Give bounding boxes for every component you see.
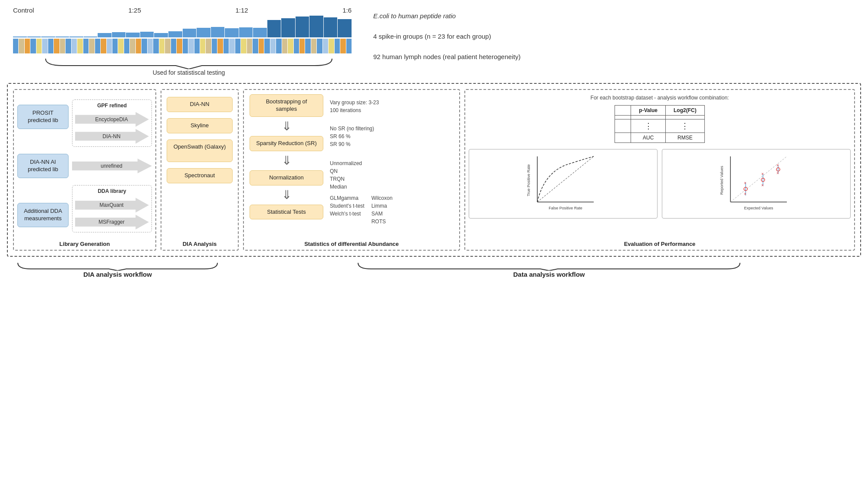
note-normalization: Unnormalized QN TRQN Median xyxy=(330,159,456,194)
svg-text:False Positive Rate: False Positive Rate xyxy=(549,206,582,210)
table-foot-row: AUC RMSE xyxy=(615,132,704,142)
bottom-brace-left xyxy=(13,261,222,271)
msfragger-arrow: MSFragger xyxy=(75,215,149,229)
svg-text:×: × xyxy=(776,171,779,176)
bootstrapping-box: Bootstrapping of samples xyxy=(250,94,323,117)
diann-arrow: DIA-NN xyxy=(75,129,149,144)
label-16: 1:6 xyxy=(342,7,352,14)
note-sparsity: No SR (no filtering) SR 66 % SR 90 % xyxy=(330,125,456,159)
top-bar-row xyxy=(13,16,352,37)
skyline-box: Skyline xyxy=(167,118,233,133)
dia-analysis-panel: DIA-NN Skyline OpenSwath (Galaxy) Spectr… xyxy=(161,89,239,251)
table-cell-dots-log2: ⋮ xyxy=(666,119,705,132)
table-cell-empty-2 xyxy=(615,119,631,132)
stats-flow: Bootstrapping of samples ⇓ Sparsity Redu… xyxy=(247,94,326,238)
svg-text:×: × xyxy=(776,163,779,168)
svg-text:×: × xyxy=(761,183,764,188)
normalization-box: Normalization xyxy=(250,170,323,186)
table-cell-empty-1 xyxy=(615,115,631,119)
svg-text:×: × xyxy=(761,172,764,176)
svg-text:True Positive Rate: True Positive Rate xyxy=(526,164,531,196)
bottom-left-label: DIA analysis workflow xyxy=(83,271,152,278)
bottom-bar-row xyxy=(13,39,352,53)
dia-analysis-title: DIA Analysis xyxy=(161,241,238,247)
eval-inner: For each bootstrap dataset - analysis wo… xyxy=(469,94,851,219)
bottom-right-label: Data analysis workflow xyxy=(513,271,585,278)
table-col-log2fc: Log2(FC) xyxy=(666,105,705,115)
note-bootstrapping: Vary group size: 3-23 100 iterations xyxy=(330,99,456,125)
top-section: Control 1:25 1:12 1:6 xyxy=(0,0,868,76)
label-125: 1:25 xyxy=(128,7,141,14)
ratio-labels: Control 1:25 1:12 1:6 xyxy=(13,7,352,14)
svg-text:×: × xyxy=(744,192,746,196)
stats-title: Statistics of differential Abundance xyxy=(244,241,459,247)
table-row-2: ⋮ ⋮ xyxy=(615,119,704,132)
eval-desc: For each bootstrap dataset - analysis wo… xyxy=(469,94,851,102)
table-row-1 xyxy=(615,115,704,119)
maxquant-arrow: MaxQuant xyxy=(75,198,149,212)
svg-line-2 xyxy=(537,156,594,202)
stats-panel: Bootstrapping of samples ⇓ Sparsity Redu… xyxy=(243,89,460,251)
eval-title: Evaluation of Performance xyxy=(465,241,854,247)
roc-svg: True Positive Rate False Positive Rate xyxy=(526,152,600,213)
arrow-1: ⇓ xyxy=(282,120,292,132)
dia-nn-box: DIA-NN xyxy=(167,97,233,112)
lib-group-2: DDA library MaxQuant MSFragger xyxy=(72,185,152,232)
workflow-container: PROSIT predicted lib DIA-NN AI predicted… xyxy=(7,83,861,257)
brace-svg xyxy=(37,57,341,69)
eval-panel: For each bootstrap dataset - analysis wo… xyxy=(464,89,855,251)
label-112: 1:12 xyxy=(235,7,248,14)
lib-sources: PROSIT predicted lib DIA-NN AI predicted… xyxy=(17,94,69,238)
bottom-brace-right xyxy=(354,261,744,271)
gpf-label: GPF refined xyxy=(75,103,149,109)
eval-charts: True Positive Rate False Positive Rate xyxy=(469,149,851,219)
dda-measurements-box: Additional DDA measurements xyxy=(17,203,69,227)
lib-gen-panel: PROSIT predicted lib DIA-NN AI predicted… xyxy=(13,89,156,251)
stats-inner: Bootstrapping of samples ⇓ Sparsity Redu… xyxy=(247,94,456,238)
svg-text:Expected Values: Expected Values xyxy=(744,206,773,210)
stats-tests-box: Statistical Tests xyxy=(250,205,323,220)
lib-groups: GPF refined EncyclopeDIA DIA-NN unrefine… xyxy=(72,94,152,238)
brace-area: Used for statistiscal testing xyxy=(13,57,365,76)
svg-text:×: × xyxy=(744,181,746,186)
dda-library-label: DDA library xyxy=(75,188,149,194)
scatter-svg: × × × × × × Reported Values xyxy=(720,152,793,213)
diann-ai-lib-box: DIA-NN AI predicted lib xyxy=(17,154,69,178)
stats-notes: Vary group size: 3-23 100 iterations No … xyxy=(330,94,456,238)
table-cell-log2-1 xyxy=(666,115,705,119)
legend-area: E.coli to human peptide ratio 4 spike-in… xyxy=(365,4,859,76)
table-col-empty xyxy=(615,105,631,115)
table-cell-pval-1 xyxy=(631,115,666,119)
unrefined-arrow: unrefined xyxy=(72,159,152,173)
table-foot-rmse: RMSE xyxy=(666,132,705,142)
roc-chart: True Positive Rate False Positive Rate xyxy=(469,149,658,219)
prosit-lib-box: PROSIT predicted lib xyxy=(17,105,69,129)
bottom-labels-row: DIA analysis workflow Data analysis work… xyxy=(7,261,861,278)
label-control: Control xyxy=(13,7,34,14)
sparsity-box: Sparsity Reduction (SR) xyxy=(250,136,323,151)
arrow-3: ⇓ xyxy=(282,189,292,201)
svg-text:Reported Values: Reported Values xyxy=(720,166,724,195)
note-stats-tests: GLMgamma Student's t-test Welch's t-test… xyxy=(330,194,456,238)
table-col-pvalue: p-Value xyxy=(631,105,666,115)
brace-label: Used for statistiscal testing xyxy=(153,69,225,76)
bottom-left-label-area: DIA analysis workflow xyxy=(7,261,228,278)
spike-in-label: 4 spike-in groups (n = 23 for each group… xyxy=(373,29,851,43)
lib-gen-inner: PROSIT predicted lib DIA-NN AI predicted… xyxy=(17,94,152,238)
table-cell-dots-pval: ⋮ xyxy=(631,119,666,132)
table-foot-empty xyxy=(615,132,631,142)
group1-arrows: EncyclopeDIA DIA-NN xyxy=(75,112,149,144)
ecoli-label: E.coli to human peptide ratio xyxy=(373,9,851,23)
arrow-2: ⇓ xyxy=(282,155,292,167)
openswath-box: OpenSwath (Galaxy) xyxy=(167,139,233,162)
bottom-right-label-area: Data analysis workflow xyxy=(237,261,861,278)
eval-table-area: p-Value Log2(FC) ⋮ ⋮ xyxy=(469,105,851,143)
unrefined-row: unrefined xyxy=(72,157,152,175)
lib-group-1: GPF refined EncyclopeDIA DIA-NN xyxy=(72,99,152,147)
group2-arrows: MaxQuant MSFragger xyxy=(75,198,149,229)
bar-chart-area: Control 1:25 1:12 1:6 xyxy=(9,4,365,76)
spectronaut-box: Spectronaut xyxy=(167,168,233,183)
encyclopedia-arrow: EncyclopeDIA xyxy=(75,112,149,127)
dia-items-list: DIA-NN Skyline OpenSwath (Galaxy) Spectr… xyxy=(165,94,234,186)
eval-table: p-Value Log2(FC) ⋮ ⋮ xyxy=(615,105,704,143)
